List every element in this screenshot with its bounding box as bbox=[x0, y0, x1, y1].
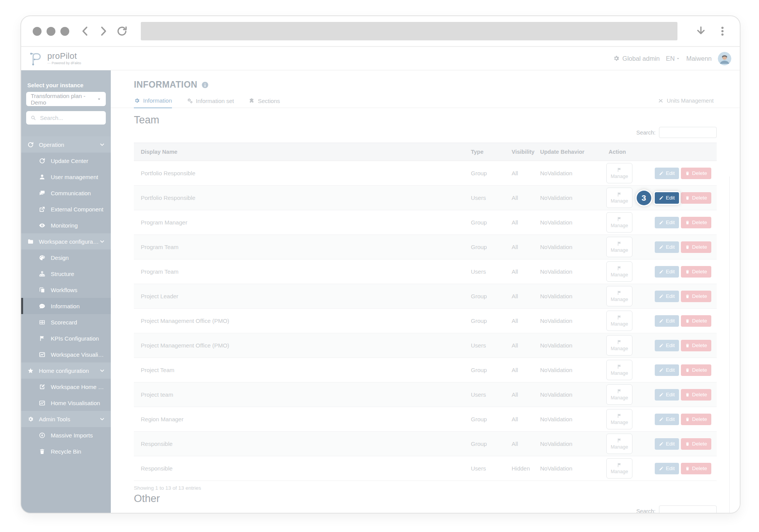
manage-button[interactable]: Manage bbox=[606, 261, 632, 282]
delete-button[interactable]: Delete bbox=[681, 463, 711, 474]
puzzle-icon bbox=[249, 98, 255, 104]
sidebar-search-input[interactable] bbox=[39, 114, 102, 121]
sidebar-item-workspace-visualization[interactable]: Workspace Visualization bbox=[21, 346, 111, 362]
manage-button[interactable]: Manage bbox=[606, 409, 632, 429]
window-control-dot[interactable] bbox=[60, 27, 69, 36]
manage-button[interactable]: Manage bbox=[606, 384, 632, 405]
sidebar-item-user-management[interactable]: User management bbox=[21, 169, 111, 185]
chart-icon bbox=[39, 400, 45, 406]
language-label: EN bbox=[666, 55, 675, 62]
edit-button[interactable]: Edit bbox=[655, 291, 679, 302]
row-update-behavior: NoValidation bbox=[540, 342, 602, 349]
delete-button[interactable]: Delete bbox=[681, 266, 711, 278]
tab-information[interactable]: Information bbox=[134, 94, 172, 108]
team-search-input[interactable] bbox=[659, 127, 717, 138]
delete-button[interactable]: Delete bbox=[681, 291, 711, 302]
delete-button[interactable]: Delete bbox=[681, 217, 711, 228]
edit-button[interactable]: Edit bbox=[655, 389, 679, 401]
manage-button[interactable]: Manage bbox=[606, 311, 632, 331]
nav-item-label: Structure bbox=[51, 271, 74, 277]
download-icon[interactable] bbox=[695, 25, 707, 37]
sidebar-item-workflows[interactable]: Workflows bbox=[21, 282, 111, 298]
sidebar-section-admin-tools[interactable]: Admin Tools bbox=[21, 411, 111, 427]
row-display-name: Project team bbox=[134, 391, 471, 398]
manage-button[interactable]: Manage bbox=[606, 335, 632, 356]
units-management-button[interactable]: Units Management bbox=[658, 94, 714, 108]
flag-icon bbox=[617, 364, 622, 369]
window-control-dot[interactable] bbox=[33, 27, 42, 36]
pencil-icon bbox=[659, 294, 664, 299]
row-visibility: All bbox=[509, 244, 540, 250]
edit-button[interactable]: Edit bbox=[655, 463, 679, 474]
instance-select[interactable]: Transformation plan - Demo bbox=[26, 92, 106, 106]
edit-button[interactable]: Edit bbox=[655, 217, 679, 228]
manage-button[interactable]: Manage bbox=[606, 212, 632, 233]
window-control-dot[interactable] bbox=[47, 27, 55, 36]
row-actions: Manage Edit Delete bbox=[602, 161, 717, 185]
avatar[interactable] bbox=[718, 52, 731, 65]
tabs: Information Information set Sections bbox=[134, 94, 280, 108]
sidebar-item-recycle-bin[interactable]: Recycle Bin bbox=[21, 443, 111, 459]
delete-button[interactable]: Delete bbox=[681, 241, 711, 253]
edit-button[interactable]: Edit bbox=[655, 168, 679, 179]
sidebar-item-workspace-home-conf[interactable]: Workspace Home Conf... bbox=[21, 379, 111, 395]
flag-icon bbox=[617, 389, 622, 394]
tab-sections[interactable]: Sections bbox=[249, 94, 280, 108]
sidebar-item-update-center[interactable]: Update Center bbox=[21, 153, 111, 169]
delete-button[interactable]: Delete bbox=[681, 340, 711, 351]
language-dropdown[interactable]: EN bbox=[666, 55, 680, 62]
edit-button[interactable]: Edit bbox=[655, 364, 679, 376]
flag-icon bbox=[617, 462, 622, 468]
sidebar-item-home-visualisation[interactable]: Home Visualisation bbox=[21, 395, 111, 411]
delete-button[interactable]: Delete bbox=[681, 192, 711, 204]
sidebar-section-workspace-configuration[interactable]: Workspace configuration bbox=[21, 233, 111, 249]
manage-button[interactable]: Manage bbox=[606, 434, 632, 454]
row-actions: Manage 3 Edit Delete bbox=[602, 186, 717, 210]
table-row: Program Team Users All NoValidation Mana… bbox=[134, 259, 717, 284]
refresh-icon[interactable] bbox=[116, 25, 128, 37]
edit-button[interactable]: Edit bbox=[655, 340, 679, 351]
kebab-menu-icon[interactable] bbox=[717, 25, 728, 37]
sidebar-item-massive-imports[interactable]: Massive Imports bbox=[21, 427, 111, 443]
sidebar-item-information[interactable]: Information bbox=[21, 298, 111, 314]
flag-icon bbox=[617, 315, 622, 320]
sidebar-item-design[interactable]: Design bbox=[21, 249, 111, 266]
sidebar-item-structure[interactable]: Structure bbox=[21, 266, 111, 282]
manage-button[interactable]: Manage bbox=[606, 360, 632, 380]
edit-button[interactable]: Edit bbox=[655, 438, 679, 450]
edit-button[interactable]: Edit bbox=[655, 414, 679, 425]
tab-information-set[interactable]: Information set bbox=[187, 94, 234, 108]
edit-button[interactable]: Edit bbox=[655, 266, 679, 278]
edit-button[interactable]: Edit bbox=[655, 192, 679, 204]
pencil-icon bbox=[659, 392, 664, 397]
delete-button[interactable]: Delete bbox=[681, 438, 711, 450]
row-type: Users bbox=[471, 195, 509, 201]
manage-button[interactable]: Manage bbox=[606, 458, 632, 479]
manage-button[interactable]: Manage bbox=[606, 286, 632, 306]
sidebar-section-home-configuration[interactable]: Home configuration bbox=[21, 362, 111, 379]
sidebar-item-communication[interactable]: Communication bbox=[21, 185, 111, 201]
back-icon[interactable] bbox=[79, 25, 91, 37]
row-actions: Manage Edit Delete bbox=[602, 309, 717, 333]
edit-button[interactable]: Edit bbox=[655, 315, 679, 327]
sidebar-item-external-component[interactable]: External Component bbox=[21, 201, 111, 217]
propilot-logo: proPilot Powered by dFakto bbox=[28, 50, 81, 66]
sidebar-section-operation[interactable]: Operation bbox=[21, 136, 111, 153]
forward-icon[interactable] bbox=[98, 25, 109, 37]
delete-button[interactable]: Delete bbox=[681, 389, 711, 401]
sidebar-item-monitoring[interactable]: Monitoring bbox=[21, 217, 111, 233]
manage-button[interactable]: Manage bbox=[606, 237, 632, 257]
manage-button[interactable]: Manage bbox=[606, 163, 632, 183]
sidebar-item-kpis-configuration[interactable]: KPIs Configuration bbox=[21, 330, 111, 346]
sidebar-item-scorecard[interactable]: Scorecard bbox=[21, 314, 111, 330]
manage-button[interactable]: Manage bbox=[606, 188, 632, 208]
global-admin-link[interactable]: Global admin bbox=[613, 55, 660, 62]
delete-button[interactable]: Delete bbox=[681, 364, 711, 376]
delete-button[interactable]: Delete bbox=[681, 414, 711, 425]
delete-button[interactable]: Delete bbox=[681, 315, 711, 327]
url-bar[interactable] bbox=[141, 22, 677, 40]
info-icon[interactable] bbox=[201, 81, 209, 89]
other-search-input[interactable] bbox=[659, 505, 717, 513]
edit-button[interactable]: Edit bbox=[655, 241, 679, 253]
delete-button[interactable]: Delete bbox=[681, 168, 711, 179]
